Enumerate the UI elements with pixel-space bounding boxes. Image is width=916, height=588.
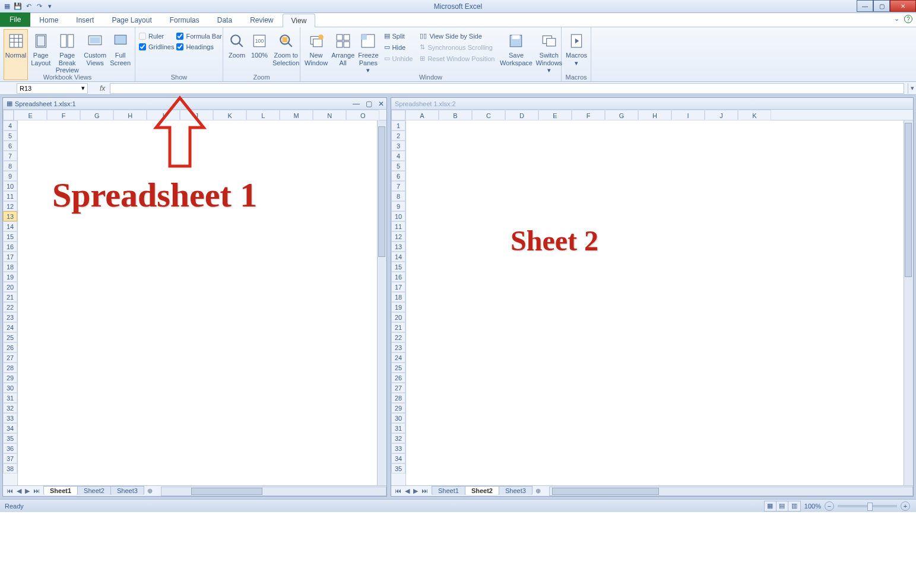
sheet-tab[interactable]: Sheet1 (432, 486, 465, 495)
row-header[interactable]: 18 (391, 292, 405, 302)
view-normal-icon[interactable]: ▦ (765, 501, 776, 511)
row-header[interactable]: 5 (3, 131, 17, 141)
row-header[interactable]: 37 (3, 453, 17, 463)
column-header[interactable]: C (472, 110, 505, 120)
minimize-ribbon-icon[interactable]: ⌄ (894, 15, 899, 23)
column-header[interactable]: K (738, 110, 771, 120)
name-box[interactable]: R13▾ (17, 83, 88, 94)
row-header[interactable]: 17 (3, 252, 17, 262)
column-header[interactable]: E (14, 110, 47, 120)
row-header[interactable]: 25 (3, 332, 17, 342)
column-header[interactable]: F (47, 110, 80, 120)
minimize-button[interactable]: — (857, 0, 873, 12)
column-header[interactable]: D (505, 110, 538, 120)
row-header[interactable]: 21 (3, 292, 17, 302)
row-header[interactable]: 7 (391, 181, 405, 191)
row-header[interactable]: 34 (391, 453, 405, 463)
row-header[interactable]: 4 (391, 151, 405, 161)
row-header[interactable]: 11 (391, 221, 405, 231)
row-header[interactable]: 26 (3, 342, 17, 352)
row-header[interactable]: 12 (391, 231, 405, 241)
row-header[interactable]: 27 (391, 383, 405, 393)
arrange-all-button[interactable]: Arrange All (331, 29, 355, 80)
tab-review[interactable]: Review (241, 13, 282, 27)
row-header[interactable]: 6 (391, 171, 405, 181)
row-header[interactable]: 30 (3, 383, 17, 393)
column-header[interactable]: K (213, 110, 246, 120)
row-header[interactable]: 21 (391, 322, 405, 332)
pane2-select-all[interactable] (391, 110, 405, 120)
undo-icon[interactable]: ↶ (24, 2, 33, 11)
row-header[interactable]: 8 (3, 161, 17, 171)
row-header[interactable]: 2 (391, 131, 405, 141)
reset-window-position-button[interactable]: ⊞Reset Window Position (417, 53, 497, 63)
row-header[interactable]: 10 (391, 211, 405, 221)
row-header[interactable]: 1 (391, 120, 405, 131)
row-header[interactable]: 6 (3, 141, 17, 151)
column-header[interactable]: G (80, 110, 113, 120)
formula-expand-icon[interactable]: ▾ (908, 83, 916, 94)
row-header[interactable]: 19 (391, 302, 405, 312)
pane1-vscroll[interactable] (377, 120, 386, 485)
full-screen-button[interactable]: Full Screen (109, 29, 131, 80)
column-header[interactable]: O (346, 110, 379, 120)
row-header[interactable]: 19 (3, 272, 17, 282)
row-header[interactable]: 9 (391, 201, 405, 211)
row-header[interactable]: 36 (3, 443, 17, 453)
redo-icon[interactable]: ↷ (34, 2, 44, 11)
switch-windows-button[interactable]: Switch Windows ▾ (535, 29, 563, 80)
pane2-new-sheet-icon[interactable]: ⊕ (532, 487, 544, 495)
row-header[interactable]: 23 (3, 312, 17, 322)
row-header[interactable]: 33 (391, 443, 405, 453)
row-header[interactable]: 20 (391, 312, 405, 322)
column-header[interactable]: F (572, 110, 605, 120)
row-header[interactable]: 23 (391, 342, 405, 352)
row-header[interactable]: 15 (3, 231, 17, 241)
row-header[interactable]: 34 (3, 423, 17, 433)
row-header[interactable]: 28 (3, 363, 17, 373)
help-icon[interactable]: ? (904, 15, 912, 23)
column-header[interactable]: H (638, 110, 671, 120)
column-header[interactable]: A (405, 110, 439, 120)
row-header[interactable]: 17 (391, 282, 405, 292)
pane1-maximize-icon[interactable]: ▢ (366, 100, 372, 108)
new-window-button[interactable]: New Window (304, 29, 328, 80)
gridlines-checkbox[interactable]: Gridlines (139, 43, 174, 50)
column-header[interactable]: I (147, 110, 180, 120)
close-button[interactable]: ✕ (890, 0, 916, 12)
pane2-tab-nav[interactable]: ⏮◀▶⏭ (391, 487, 432, 495)
normal-view-button[interactable]: Normal (4, 29, 28, 80)
row-header[interactable]: 26 (391, 373, 405, 383)
row-header[interactable]: 24 (391, 352, 405, 363)
pane2-cells[interactable] (406, 120, 904, 485)
row-header[interactable]: 35 (3, 433, 17, 443)
formula-bar-checkbox[interactable]: Formula Bar (176, 33, 222, 40)
pane2-hscroll[interactable] (549, 487, 913, 496)
view-side-by-side-button[interactable]: ▯▯View Side by Side (417, 31, 497, 41)
qat-dropdown-icon[interactable]: ▾ (45, 2, 55, 11)
zoom-in-button[interactable]: + (901, 501, 910, 511)
pane1-close-icon[interactable]: ✕ (378, 100, 384, 108)
tab-file[interactable]: File (0, 12, 30, 27)
zoom-button[interactable]: Zoom (227, 29, 247, 80)
row-header[interactable]: 27 (3, 352, 17, 363)
fx-icon[interactable]: fx (100, 84, 105, 93)
pane1-select-all[interactable] (3, 110, 14, 120)
tab-data[interactable]: Data (208, 13, 241, 27)
view-page-layout-icon[interactable]: ▤ (776, 501, 788, 511)
page-layout-button[interactable]: Page Layout (30, 29, 51, 80)
zoom-out-button[interactable]: − (825, 501, 834, 511)
row-header[interactable]: 14 (3, 221, 17, 231)
row-header[interactable]: 3 (391, 141, 405, 151)
row-header[interactable]: 33 (3, 413, 17, 423)
row-header[interactable]: 10 (3, 181, 17, 191)
row-header[interactable]: 13 (391, 241, 405, 252)
row-header[interactable]: 32 (3, 403, 17, 413)
pane2-vscroll[interactable] (904, 120, 913, 485)
ruler-checkbox[interactable]: Ruler (139, 33, 174, 40)
row-header[interactable]: 20 (3, 282, 17, 292)
save-icon[interactable]: 💾 (13, 2, 23, 11)
column-header[interactable]: I (671, 110, 705, 120)
row-header[interactable]: 22 (391, 332, 405, 342)
view-page-break-icon[interactable]: ▥ (788, 501, 800, 511)
